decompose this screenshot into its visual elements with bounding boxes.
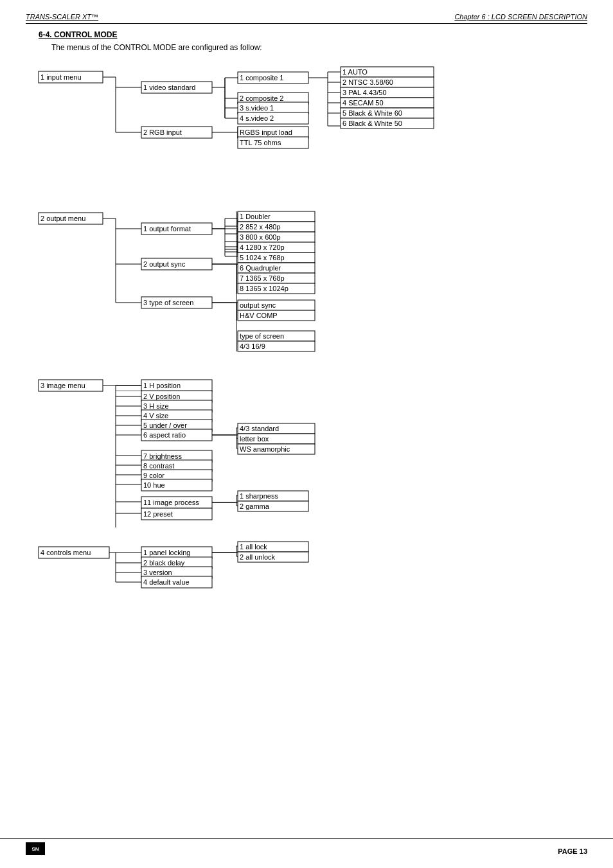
svideo2-label: 4 s.video 2 <box>240 114 274 122</box>
pl1-label: 1 all lock <box>240 543 267 551</box>
intro-text: The menus of the CONTROL MODE are config… <box>51 43 587 52</box>
preset-label: 12 preset <box>143 510 173 518</box>
diagram-svg: 1 input menu 2 output menu 3 image menu … <box>39 65 604 617</box>
page-footer: SN PAGE 13 <box>0 838 613 855</box>
page-header: TRANS-SCALER XT™ Chapter 6 : LCD SCREEN … <box>26 13 587 24</box>
image-menu-label: 3 image menu <box>40 382 85 389</box>
ar2-label: letter box <box>240 435 269 443</box>
of1-label: 1 Doubler <box>240 213 271 220</box>
contrast-label: 8 contrast <box>143 462 174 470</box>
v-size-label: 4 V size <box>143 412 168 420</box>
ntsc-label: 2 NTSC 3.58/60 <box>342 78 393 86</box>
footer-logo: SN <box>26 842 45 855</box>
bw50-label: 6 Black & White 50 <box>342 120 402 127</box>
of6-label: 6 Quadrupler <box>240 264 281 272</box>
pl2-label: 2 all unlock <box>240 553 276 561</box>
of3-label: 3 800 x 600p <box>240 233 281 241</box>
default-value-label: 4 default value <box>143 578 190 586</box>
black-delay-label: 2 black delay <box>143 559 185 567</box>
footer-page-number: PAGE 13 <box>558 847 587 855</box>
hue-label: 10 hue <box>143 481 165 489</box>
composite1-label: 1 composite 1 <box>240 74 283 82</box>
input-menu-label: 1 input menu <box>40 73 82 81</box>
sync-line2: H&V COMP <box>240 312 278 319</box>
of5-label: 5 1024 x 768p <box>240 254 285 261</box>
of4-label: 4 1280 x 720p <box>240 244 285 251</box>
color-label: 9 color <box>143 472 164 479</box>
tos-line1: type of screen <box>240 332 284 340</box>
auto-label: 1 AUTO <box>342 68 368 76</box>
output-sync-label: 2 output sync <box>143 260 186 268</box>
of8-label: 8 1365 x 1024p <box>240 285 289 292</box>
rgb-input-label: 2 RGB input <box>143 128 182 136</box>
version-label: 3 version <box>143 569 172 576</box>
type-of-screen-label: 3 type of screen <box>143 299 193 306</box>
aspect-ratio-label: 6 aspect ratio <box>143 431 186 439</box>
panel-locking-label: 1 panel locking <box>143 549 190 556</box>
ttl-label: TTL 75 ohms <box>240 139 281 146</box>
video-standard-label: 1 video standard <box>143 84 195 91</box>
ar3-label: WS anamorphic <box>240 445 290 453</box>
header-right: Chapter 6 : LCD SCREEN DESCRIPTION <box>454 13 587 21</box>
ar1-label: 4/3 standard <box>240 425 279 432</box>
tos-line2: 4/3 16/9 <box>240 342 265 350</box>
rgbs-label: RGBS input load <box>240 128 292 136</box>
page-container: TRANS-SCALER XT™ Chapter 6 : LCD SCREEN … <box>0 0 613 868</box>
h-position-label: 1 H position <box>143 382 181 389</box>
pal-label: 3 PAL 4.43/50 <box>342 89 387 96</box>
header-left: TRANS-SCALER XT™ <box>26 13 98 21</box>
v-position-label: 2 V position <box>143 393 180 400</box>
under-over-label: 5 under / over <box>143 421 187 429</box>
section-title: 6-4. CONTROL MODE <box>39 30 587 39</box>
output-format-label: 1 output format <box>143 225 191 233</box>
bw60-label: 5 Black & White 60 <box>342 109 402 117</box>
controls-menu-label: 4 controls menu <box>40 549 91 556</box>
output-menu-label: 2 output menu <box>40 215 85 222</box>
h-size-label: 3 H size <box>143 402 169 410</box>
ip2-label: 2 gamma <box>240 502 270 510</box>
ip1-label: 1 sharpness <box>240 492 278 500</box>
sync-line1: output sync <box>240 301 276 309</box>
of2-label: 2 852 x 480p <box>240 223 281 231</box>
secam-label: 4 SECAM 50 <box>342 99 384 107</box>
composite2-label: 2 composite 2 <box>240 94 283 102</box>
image-process-label: 11 image process <box>143 499 199 506</box>
of7-label: 7 1365 x 768p <box>240 274 285 282</box>
brightness-label: 7 brightness <box>143 452 182 460</box>
svideo1-label: 3 s.video 1 <box>240 104 274 112</box>
